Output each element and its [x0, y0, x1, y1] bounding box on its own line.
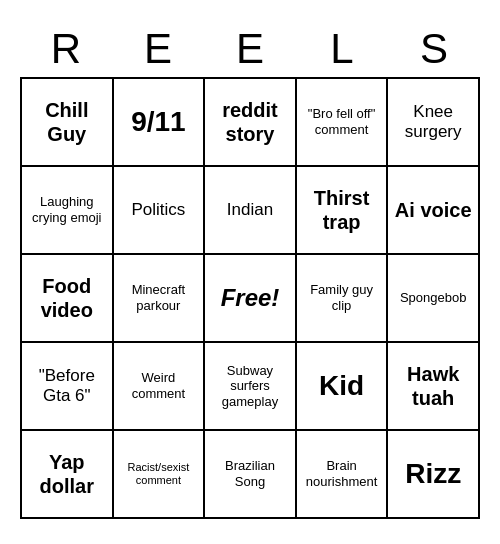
bingo-cell-4[interactable]: Knee surgery	[388, 79, 480, 167]
bingo-cell-5[interactable]: Laughing crying emoji	[22, 167, 114, 255]
title-letter-e1: E	[114, 25, 202, 73]
bingo-cell-11[interactable]: Minecraft parkour	[114, 255, 206, 343]
bingo-cell-17[interactable]: Subway surfers gameplay	[205, 343, 297, 431]
bingo-cell-24[interactable]: Rizz	[388, 431, 480, 519]
bingo-cell-1[interactable]: 9/11	[114, 79, 206, 167]
bingo-cell-21[interactable]: Racist/sexist comment	[114, 431, 206, 519]
bingo-grid: Chill Guy9/11reddit story"Bro fell off" …	[20, 77, 480, 519]
bingo-cell-14[interactable]: Spongebob	[388, 255, 480, 343]
bingo-cell-7[interactable]: Indian	[205, 167, 297, 255]
bingo-cell-20[interactable]: Yap dollar	[22, 431, 114, 519]
bingo-cell-23[interactable]: Brain nourishment	[297, 431, 389, 519]
title-letter-e2: E	[206, 25, 294, 73]
bingo-cell-12[interactable]: Free!	[205, 255, 297, 343]
bingo-card: R E E L S Chill Guy9/11reddit story"Bro …	[10, 15, 490, 529]
title-letter-s: S	[390, 25, 478, 73]
bingo-cell-19[interactable]: Hawk tuah	[388, 343, 480, 431]
bingo-cell-3[interactable]: "Bro fell off" comment	[297, 79, 389, 167]
bingo-cell-16[interactable]: Weird comment	[114, 343, 206, 431]
bingo-cell-18[interactable]: Kid	[297, 343, 389, 431]
title-letter-l: L	[298, 25, 386, 73]
bingo-cell-22[interactable]: Brazilian Song	[205, 431, 297, 519]
bingo-cell-2[interactable]: reddit story	[205, 79, 297, 167]
bingo-cell-10[interactable]: Food video	[22, 255, 114, 343]
bingo-cell-0[interactable]: Chill Guy	[22, 79, 114, 167]
bingo-cell-9[interactable]: Ai voice	[388, 167, 480, 255]
bingo-cell-15[interactable]: "Before Gta 6"	[22, 343, 114, 431]
title-letter-r: R	[22, 25, 110, 73]
bingo-cell-6[interactable]: Politics	[114, 167, 206, 255]
bingo-cell-13[interactable]: Family guy clip	[297, 255, 389, 343]
bingo-title: R E E L S	[20, 25, 480, 73]
bingo-cell-8[interactable]: Thirst trap	[297, 167, 389, 255]
